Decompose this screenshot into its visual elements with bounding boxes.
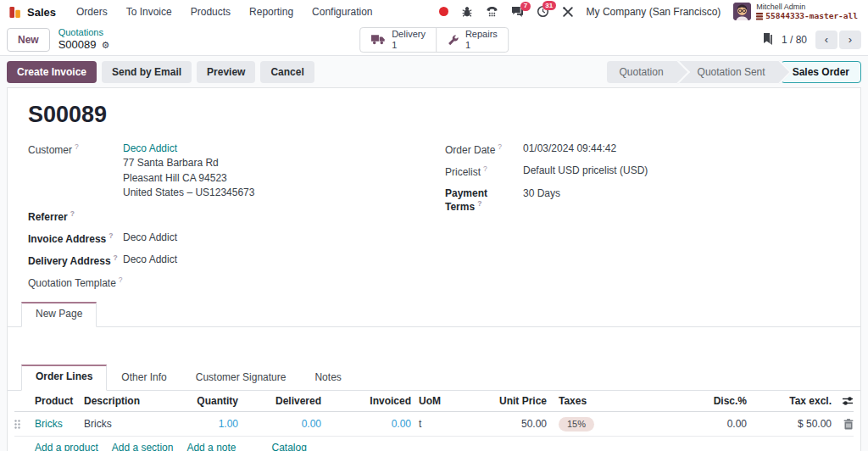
cell-delivered[interactable]: 0.00	[302, 418, 321, 430]
quotation-template-label: Quotation Template?	[28, 275, 123, 289]
col-delivered: Delivered	[238, 395, 321, 407]
delivery-address-value[interactable]: Deco Addict	[123, 253, 177, 267]
add-a-product-link[interactable]: Add a product	[35, 442, 98, 451]
pager-next-button[interactable]: ›	[839, 31, 861, 49]
menu-to-invoice[interactable]: To Invoice	[126, 6, 172, 18]
invoice-address-value[interactable]: Deco Addict	[123, 231, 177, 245]
pricelist-field: Pricelist? Default USD pricelist (USD)	[445, 164, 840, 178]
smart-buttons: Delivery 1 Repairs 1	[359, 27, 509, 53]
payment-terms-field: Payment Terms? 30 Days	[445, 187, 840, 213]
tools-icon[interactable]	[562, 6, 574, 18]
optional-columns-icon[interactable]	[832, 396, 854, 406]
tab-notes[interactable]: Notes	[300, 365, 355, 391]
customer-label: Customer?	[28, 142, 123, 201]
avatar	[733, 3, 751, 20]
invoice-address-label: Invoice Address?	[28, 231, 123, 245]
delete-row-trash-icon[interactable]	[832, 419, 854, 430]
col-invoiced: Invoiced	[321, 395, 411, 407]
top-menu-bar: Orders To Invoice Products Reporting Con…	[76, 6, 373, 18]
pricelist-value[interactable]: Default USD pricelist (USD)	[523, 164, 648, 178]
payment-terms-label: Payment Terms?	[445, 187, 523, 213]
col-description: Description	[84, 395, 164, 407]
apps-home-button[interactable]: Sales	[8, 6, 56, 19]
new-page-content	[8, 327, 860, 359]
col-product: Product	[35, 395, 84, 407]
status-quotation-sent[interactable]: Quotation Sent	[679, 61, 781, 83]
messages-icon[interactable]: 7	[511, 6, 524, 18]
col-disc-percent: Disc.%	[657, 395, 747, 407]
cell-disc-percent[interactable]: 0.00	[657, 418, 747, 430]
help-icon: ?	[70, 209, 75, 218]
drag-handle-icon[interactable]	[14, 420, 20, 429]
bookmark-icon[interactable]	[762, 33, 773, 46]
cancel-button[interactable]: Cancel	[260, 61, 314, 83]
delivery-smart-button[interactable]: Delivery 1	[360, 28, 436, 52]
repairs-smart-button[interactable]: Repairs 1	[436, 28, 508, 52]
order-title[interactable]: S00089	[28, 102, 840, 128]
cell-description[interactable]: Bricks	[84, 418, 164, 430]
cell-uom[interactable]: t	[411, 418, 452, 430]
col-taxes: Taxes	[547, 395, 657, 407]
activities-clock-icon[interactable]: 31	[537, 5, 549, 18]
activities-count-badge: 31	[542, 1, 556, 10]
action-bar: Create Invoice Send by Email Preview Can…	[0, 56, 868, 87]
add-a-section-link[interactable]: Add a section	[112, 442, 174, 451]
database-label: 55844333-master-all	[765, 12, 858, 21]
new-button[interactable]: New	[7, 28, 50, 52]
company-switcher[interactable]: My Company (San Francisco)	[587, 6, 721, 18]
catalog-link[interactable]: Catalog	[272, 442, 307, 451]
user-menu[interactable]: Mitchell Admin 55844333-master-all	[733, 3, 858, 20]
top-navbar: Sales Orders To Invoice Products Reporti…	[0, 0, 868, 24]
preview-button[interactable]: Preview	[197, 61, 255, 83]
cell-tax-excl: $ 50.00	[747, 418, 832, 430]
create-invoice-button[interactable]: Create Invoice	[7, 61, 97, 83]
tab-other-info[interactable]: Other Info	[107, 365, 181, 391]
order-date-label: Order Date?	[445, 142, 523, 156]
customer-address-line: United States – US12345673	[123, 187, 254, 198]
menu-configuration[interactable]: Configuration	[312, 6, 372, 18]
recording-indicator-icon[interactable]	[439, 7, 448, 16]
breadcrumb-quotations-link[interactable]: Quotations	[58, 27, 110, 38]
delivery-count: 1	[392, 40, 426, 51]
bug-debug-icon[interactable]	[461, 6, 473, 18]
order-date-field: Order Date? 01/03/2024 09:44:42	[445, 142, 840, 156]
help-icon: ?	[119, 276, 123, 284]
col-quantity: Quantity	[164, 395, 238, 407]
help-icon: ?	[114, 253, 118, 262]
cell-unit-price[interactable]: 50.00	[452, 418, 547, 430]
record-actions-gear-icon[interactable]: ⚙	[102, 40, 110, 51]
pricelist-label: Pricelist?	[445, 164, 523, 178]
pager-previous-button[interactable]: ‹	[815, 31, 837, 49]
wrench-icon	[447, 34, 459, 46]
order-lines-header: Product Description Quantity Delivered I…	[14, 391, 854, 412]
cell-invoiced[interactable]: 0.00	[392, 418, 411, 430]
tab-new-page[interactable]: New Page	[21, 302, 97, 327]
tab-customer-signature[interactable]: Customer Signature	[181, 365, 301, 391]
help-icon: ?	[498, 142, 502, 151]
referrer-label: Referrer?	[28, 209, 123, 223]
payment-terms-value[interactable]: 30 Days	[523, 187, 560, 213]
add-a-note-link[interactable]: Add a note	[186, 442, 236, 451]
col-uom: UoM	[411, 395, 452, 407]
cell-quantity[interactable]: 1.00	[219, 418, 238, 430]
menu-products[interactable]: Products	[191, 6, 231, 18]
menu-reporting[interactable]: Reporting	[249, 6, 293, 18]
order-date-value[interactable]: 01/03/2024 09:44:42	[523, 142, 616, 156]
help-icon: ?	[483, 164, 487, 173]
page-notebook-tabs: New Page	[8, 302, 860, 327]
delivery-label: Delivery	[392, 29, 426, 40]
status-quotation[interactable]: Quotation	[607, 61, 679, 83]
truck-icon	[370, 34, 386, 45]
customer-field: Customer? Deco Addict 77 Santa Barbara R…	[28, 142, 428, 201]
phone-voip-icon[interactable]	[486, 6, 498, 18]
statusbar: Quotation Quotation Sent Sales Order	[607, 61, 861, 83]
order-lines-footer: Add a product Add a section Add a note C…	[14, 437, 854, 451]
cell-tax-badge[interactable]: 15%	[559, 417, 594, 432]
menu-orders[interactable]: Orders	[76, 6, 108, 18]
help-icon: ?	[477, 199, 481, 208]
tab-order-lines[interactable]: Order Lines	[21, 365, 107, 391]
cell-product-link[interactable]: Bricks	[35, 418, 63, 430]
status-sales-order[interactable]: Sales Order	[781, 61, 861, 83]
send-by-email-button[interactable]: Send by Email	[102, 61, 192, 83]
customer-link[interactable]: Deco Addict	[123, 142, 177, 154]
